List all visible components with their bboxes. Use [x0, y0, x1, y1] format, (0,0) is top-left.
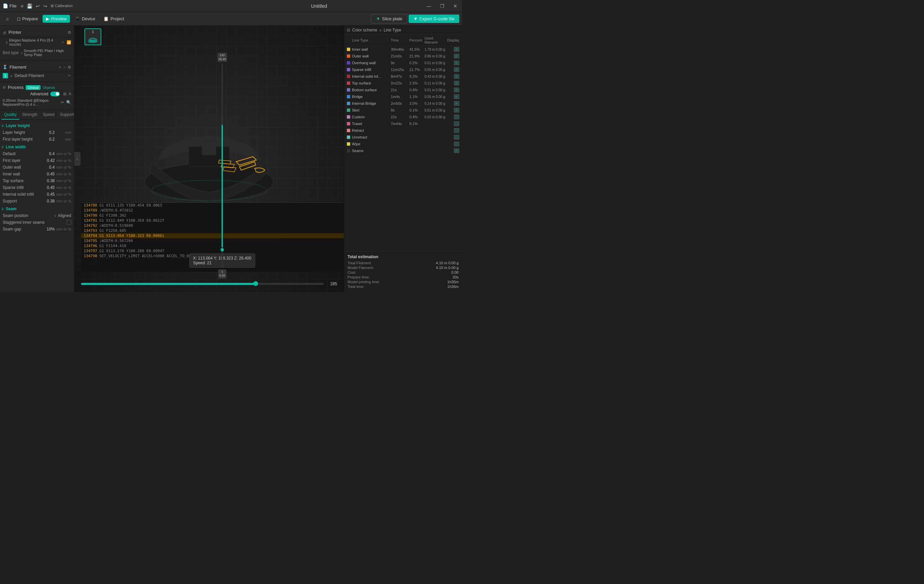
setting-sparse-infill: Sparse infill 0.45 mm or %: [0, 184, 74, 191]
printer-edit-icon[interactable]: ✏: [61, 40, 64, 45]
svg-rect-3: [202, 143, 216, 155]
setting-label-inner-wall: Inner wall: [3, 172, 41, 176]
setting-value-internal-solid[interactable]: 0.45: [43, 192, 55, 197]
prepare-btn[interactable]: ◻ Prepare: [13, 15, 41, 23]
setting-unit-default: mm or %: [56, 152, 71, 156]
main-toolbar: ⌂ ◻ Prepare ▶ Preview 📱 Device 📋 Project…: [0, 12, 462, 26]
tab-speed[interactable]: Speed: [40, 110, 58, 120]
profile-edit-icon[interactable]: ✏: [61, 100, 64, 105]
setting-label-first-layer-height: First layer height: [3, 137, 41, 142]
setting-label-seam-position: Seam position: [3, 213, 52, 218]
export-label: Export G-code file: [419, 16, 455, 21]
group-icon-seam: ≡: [2, 207, 4, 211]
setting-internal-solid: Internal solid infill 0.45 mm or %: [0, 191, 74, 198]
advanced-toggle[interactable]: [50, 92, 60, 96]
setting-unit-sparse-infill: mm or %: [56, 185, 71, 190]
te-row-5: Total time:1h36m: [348, 285, 459, 289]
lt-row-1: Outer wall 21m0s 21.9% 0.96 m 0.00 g: [344, 53, 462, 60]
setting-label-sparse-infill: Sparse infill: [3, 185, 41, 190]
group-icon-layer: ≡: [2, 123, 4, 128]
total-estimation: Total estimation Total Filament:4.10 m 0…: [344, 251, 462, 292]
viewport-canvas: ‹ 1: [74, 26, 344, 292]
printer-settings-icon[interactable]: ⚙: [68, 30, 71, 35]
printer-wifi-icon[interactable]: 📶: [66, 40, 71, 45]
titlebar-icons: ≡ 💾 ↩ ↪ ⊞ Calibration: [21, 3, 73, 9]
setting-label-first-layer: First layer: [3, 158, 41, 163]
bed-value[interactable]: Smooth PEI Plate / High Temp Plate: [23, 49, 71, 57]
tag-global[interactable]: Global: [26, 85, 41, 90]
layer-handle[interactable]: [221, 248, 224, 251]
te-row-4: Model printing time:1h35m: [348, 280, 459, 284]
close-btn[interactable]: ✕: [451, 3, 459, 9]
device-btn[interactable]: 📱 Device: [71, 15, 99, 23]
lt-row-10: Custom 22s 0.4% 0.03 m 0.00 g: [344, 114, 462, 120]
tab-strength[interactable]: Strength: [19, 110, 40, 120]
collapse-btn[interactable]: ‹: [74, 152, 80, 165]
filament-settings-icon[interactable]: ⚙: [68, 65, 71, 69]
setting-value-default[interactable]: 0.4: [43, 151, 55, 156]
layer-track[interactable]: [221, 63, 223, 268]
scrubber-thumb[interactable]: [253, 281, 258, 286]
tab-quality[interactable]: Quality: [2, 110, 19, 120]
scrubber-track[interactable]: [81, 283, 323, 285]
preview-btn[interactable]: ▶ Preview: [43, 15, 70, 23]
lt-row-4: Internal solid inf... 8m47s 9.2% 0.43 m …: [344, 73, 462, 80]
export-btn[interactable]: ▼ Export G-code file: [409, 15, 459, 23]
calibration-btn[interactable]: ⊞ Calibration: [51, 4, 73, 8]
filament-add-icon[interactable]: +: [59, 65, 61, 69]
objects-icon[interactable]: A: [69, 92, 71, 96]
left-panel: 🖨 Printer ⚙ ∨ Elegoo Neptune 4 Pro (0.4 …: [0, 26, 74, 292]
slice-btn[interactable]: ▼ Slice plate: [371, 14, 407, 23]
filament-default-row: 1 ∨ Default Filament ✏: [0, 72, 74, 79]
process-row: ⊟ Process Global Objects: [0, 84, 74, 91]
redo-icon[interactable]: ↪: [43, 3, 47, 9]
setting-label-default: Default: [3, 151, 41, 156]
setting-first-layer: First layer 0.42 mm or %: [0, 157, 74, 164]
setting-unit-layer-height: mm: [56, 131, 71, 134]
menu-icon[interactable]: ≡: [21, 3, 23, 9]
setting-value-inner-wall[interactable]: 0.45: [43, 172, 55, 176]
filament-edit-icon[interactable]: ✏: [68, 73, 71, 78]
setting-value-seam-gap[interactable]: 10%: [43, 227, 55, 232]
minimize-btn[interactable]: —: [424, 3, 433, 9]
setting-value-top-surface[interactable]: 0.38: [43, 179, 55, 183]
maximize-btn[interactable]: ❐: [438, 3, 447, 9]
scrubber-value: 285: [327, 281, 337, 286]
file-menu[interactable]: 📄 File: [3, 3, 16, 8]
seam-position-dropdown[interactable]: ∨ Aligned: [54, 213, 71, 218]
viewport[interactable]: ‹ 1: [74, 26, 344, 292]
group-label-line: Line width: [6, 145, 26, 149]
staggered-checkbox[interactable]: [66, 220, 71, 225]
setting-support: Support 0.38 mm or %: [0, 198, 74, 205]
setting-value-sparse-infill[interactable]: 0.45: [43, 185, 55, 190]
setting-value-first-layer-height[interactable]: 0.2: [43, 137, 55, 142]
undo-icon[interactable]: ↩: [36, 3, 40, 9]
project-btn[interactable]: 📋 Project: [100, 15, 127, 23]
setting-value-layer-height[interactable]: 0.2: [43, 130, 55, 135]
profile-row: 0.20mm Standard @Elegoo Neptune4Pro (0.4…: [0, 97, 74, 108]
file-label: File: [10, 3, 16, 8]
tag-objects[interactable]: Objects: [43, 86, 55, 89]
profile-search-icon[interactable]: 🔍: [66, 100, 71, 105]
color-scheme-label: Color scheme: [352, 28, 377, 32]
printer-section-icon: 🖨: [3, 30, 7, 35]
group-seam: ≡ Seam: [0, 205, 74, 212]
filament-remove-icon[interactable]: −: [63, 65, 66, 69]
save-icon[interactable]: 💾: [27, 3, 32, 9]
setting-value-first-layer[interactable]: 0.42: [43, 158, 55, 163]
window-title: Untitled: [214, 3, 425, 9]
home-btn[interactable]: ⌂: [3, 15, 12, 23]
group-line-width: ≡ Line width: [0, 142, 74, 151]
color-scheme-arrow[interactable]: ∨: [379, 28, 382, 32]
setting-staggered: Staggered inner seams: [0, 219, 74, 226]
lt-row-12: Retract: [344, 127, 462, 134]
setting-first-layer-height: First layer height 0.2 mm: [0, 136, 74, 142]
lt-row-0: Inner wall 39m46s 41.5% 1.79 m 0.00 g: [344, 46, 462, 53]
tab-support[interactable]: Support: [57, 110, 74, 120]
setting-value-support[interactable]: 0.38: [43, 199, 55, 203]
layout-icon[interactable]: ⊞: [63, 92, 66, 96]
setting-inner-wall: Inner wall 0.45 mm or %: [0, 171, 74, 177]
preview-thumb: 1: [84, 28, 101, 45]
process-icon: ⊟: [3, 85, 6, 89]
setting-value-outer-wall[interactable]: 0.4: [43, 165, 55, 170]
